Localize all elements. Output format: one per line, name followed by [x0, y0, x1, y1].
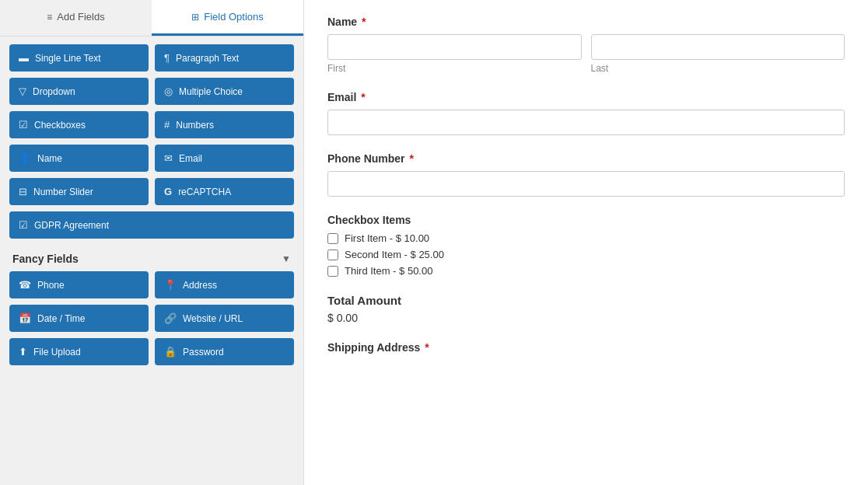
gdpr-label: GDPR Agreement	[34, 220, 109, 231]
recaptcha-label: reCAPTCHA	[178, 187, 231, 197]
last-name-input[interactable]	[591, 34, 845, 60]
phone-input[interactable]	[327, 171, 845, 197]
total-amount-value: $ 0.00	[327, 312, 845, 324]
password-icon: 🔒	[164, 346, 177, 358]
fancy-fields-label: Fancy Fields	[12, 253, 79, 265]
single-line-text-label: Single Line Text	[35, 53, 101, 64]
address-icon: 📍	[164, 279, 177, 291]
field-btn-checkboxes[interactable]: ☑ Checkboxes	[9, 111, 149, 138]
field-btn-paragraph-text[interactable]: ¶ Paragraph Text	[155, 44, 294, 72]
checkboxes-label: Checkboxes	[34, 120, 86, 131]
dropdown-label: Dropdown	[33, 86, 75, 97]
field-btn-number-slider[interactable]: ⊟ Number Slider	[9, 178, 149, 205]
email-field-group: Email *	[327, 91, 845, 135]
field-options-icon: ⊞	[191, 12, 199, 23]
checkbox-item2[interactable]	[327, 249, 338, 260]
checkbox-items-group: Checkbox Items First Item - $ 10.00 Seco…	[327, 214, 845, 277]
multiple-choice-label: Multiple Choice	[179, 86, 243, 97]
name-icon: 👤	[19, 152, 31, 164]
field-btn-single-line-text[interactable]: ▬ Single Line Text	[9, 44, 149, 72]
multiple-choice-icon: ◎	[164, 85, 173, 97]
checkbox-item2-label: Second Item - $ 25.00	[345, 249, 444, 260]
name-row: First Last	[327, 34, 845, 74]
first-name-sublabel: First	[327, 63, 582, 74]
field-btn-recaptcha[interactable]: G reCAPTCHA	[155, 178, 294, 205]
tab-field-options[interactable]: ⊞ Field Options	[152, 0, 303, 36]
list-item: First Item - $ 10.00	[327, 232, 845, 244]
checkbox-item1[interactable]	[327, 233, 338, 244]
file-upload-label: File Upload	[33, 347, 81, 358]
shipping-required-star: *	[422, 341, 429, 354]
first-name-col: First	[327, 34, 582, 74]
total-amount-group: Total Amount $ 0.00	[327, 294, 845, 324]
password-label: Password	[183, 347, 224, 358]
checkbox-items-label: Checkbox Items	[327, 214, 845, 226]
number-slider-label: Number Slider	[33, 187, 93, 197]
list-item: Second Item - $ 25.00	[327, 249, 845, 260]
tabs-bar: ≡ Add Fields ⊞ Field Options	[0, 0, 303, 37]
email-label: Email	[179, 153, 202, 164]
website-url-icon: 🔗	[164, 312, 177, 324]
field-btn-phone[interactable]: ☎ Phone	[9, 271, 149, 298]
field-btn-multiple-choice[interactable]: ◎ Multiple Choice	[155, 78, 294, 105]
total-amount-label: Total Amount	[327, 294, 845, 307]
fields-container: ▬ Single Line Text ¶ Paragraph Text ▽ Dr…	[0, 37, 303, 485]
checkbox-item1-label: First Item - $ 10.00	[345, 232, 429, 244]
checkboxes-icon: ☑	[19, 119, 28, 131]
dropdown-icon: ▽	[19, 85, 26, 97]
single-line-text-icon: ▬	[19, 52, 29, 64]
numbers-icon: #	[164, 119, 170, 131]
date-time-label: Date / Time	[37, 313, 85, 324]
shipping-address-label: Shipping Address *	[327, 341, 845, 354]
checkbox-item3[interactable]	[327, 266, 338, 277]
email-input[interactable]	[327, 110, 845, 135]
tab-field-options-label: Field Options	[204, 11, 264, 23]
email-field-label: Email *	[327, 91, 845, 103]
paragraph-text-label: Paragraph Text	[176, 53, 239, 64]
field-btn-website-url[interactable]: 🔗 Website / URL	[155, 305, 294, 332]
list-item: Third Item - $ 50.00	[327, 265, 845, 277]
numbers-label: Numbers	[176, 120, 214, 131]
field-btn-dropdown[interactable]: ▽ Dropdown	[9, 78, 149, 105]
last-name-sublabel: Last	[591, 63, 845, 74]
add-fields-icon: ≡	[47, 12, 52, 23]
email-required-star: *	[358, 91, 365, 103]
field-btn-email[interactable]: ✉ Email	[155, 145, 294, 172]
left-panel: ≡ Add Fields ⊞ Field Options ▬ Single Li…	[0, 0, 303, 485]
website-url-label: Website / URL	[183, 313, 243, 324]
shipping-address-group: Shipping Address *	[327, 341, 845, 354]
fancy-fields-section-header[interactable]: Fancy Fields ▼	[9, 245, 294, 271]
checkbox-item3-label: Third Item - $ 50.00	[345, 265, 432, 277]
field-btn-file-upload[interactable]: ⬆ File Upload	[9, 338, 149, 365]
field-btn-gdpr[interactable]: ☑ GDPR Agreement	[9, 211, 294, 239]
field-btn-name[interactable]: 👤 Name	[9, 145, 149, 172]
name-label: Name	[37, 153, 62, 164]
address-label: Address	[183, 280, 217, 291]
tab-add-fields[interactable]: ≡ Add Fields	[0, 0, 152, 36]
tab-add-fields-label: Add Fields	[57, 11, 104, 23]
phone-label: Phone	[37, 280, 65, 291]
date-time-icon: 📅	[19, 312, 31, 324]
number-slider-icon: ⊟	[19, 186, 27, 197]
fancy-fields-grid: ☎ Phone 📍 Address 📅 Date / Time 🔗 Websit…	[9, 271, 294, 365]
field-btn-numbers[interactable]: # Numbers	[155, 111, 294, 138]
name-field-group: Name * First Last	[327, 16, 845, 74]
phone-icon: ☎	[19, 279, 31, 291]
phone-field-group: Phone Number *	[327, 152, 845, 197]
form-preview-panel: Name * First Last Email * Phone Number *…	[303, 0, 868, 485]
field-btn-date-time[interactable]: 📅 Date / Time	[9, 305, 149, 332]
gdpr-icon: ☑	[19, 219, 28, 231]
recaptcha-icon: G	[164, 186, 172, 197]
standard-fields-grid: ▬ Single Line Text ¶ Paragraph Text ▽ Dr…	[9, 44, 294, 205]
name-field-label: Name *	[327, 16, 845, 28]
file-upload-icon: ⬆	[19, 346, 27, 358]
first-name-input[interactable]	[327, 34, 582, 60]
field-btn-address[interactable]: 📍 Address	[155, 271, 294, 298]
last-name-col: Last	[591, 34, 845, 74]
name-required-star: *	[359, 16, 366, 28]
email-icon: ✉	[164, 152, 173, 164]
paragraph-text-icon: ¶	[164, 52, 170, 64]
phone-required-star: *	[407, 152, 414, 165]
field-btn-password[interactable]: 🔒 Password	[155, 338, 294, 365]
fancy-fields-chevron: ▼	[282, 253, 291, 264]
